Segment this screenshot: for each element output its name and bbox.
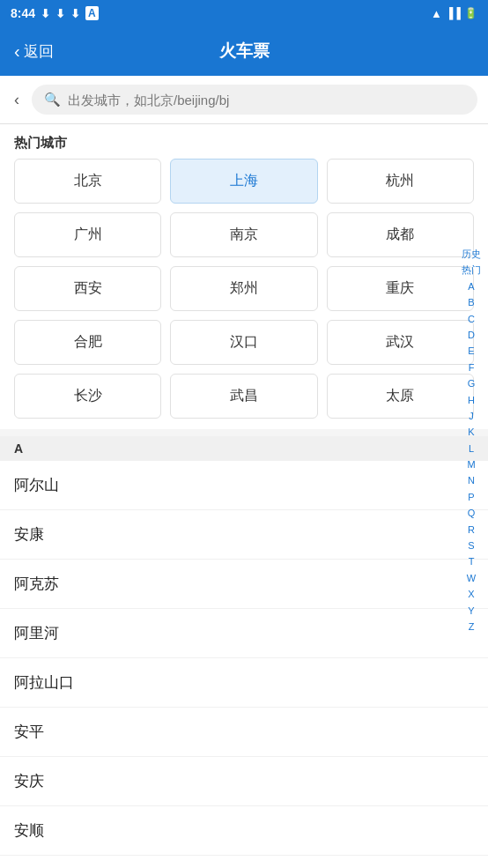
- battery-icon: 🔋: [464, 7, 477, 19]
- search-input[interactable]: [68, 93, 465, 108]
- download-icon-1: ⬇: [41, 7, 50, 20]
- city-cell[interactable]: 合肥: [14, 320, 161, 365]
- city-cell[interactable]: 西安: [14, 266, 161, 311]
- alpha-index-item[interactable]: E: [464, 344, 477, 359]
- header: ‹ 返回 火车票: [0, 26, 488, 76]
- status-left: 8:44 ⬇ ⬇ ⬇ A: [11, 6, 99, 20]
- hot-cities-title: 热门城市: [0, 124, 488, 159]
- city-cell[interactable]: 汉口: [170, 320, 317, 365]
- wifi-icon: ▲: [431, 7, 442, 20]
- alpha-index-item[interactable]: G: [464, 376, 479, 391]
- alpha-index-item[interactable]: C: [464, 312, 478, 327]
- alpha-index-item[interactable]: K: [464, 425, 477, 440]
- city-list-section: A阿尔山安康阿克苏阿里河阿拉山口安平安庆安顺鞍山: [0, 436, 488, 868]
- alpha-index-item[interactable]: Y: [464, 604, 477, 619]
- city-cell[interactable]: 郑州: [170, 266, 317, 311]
- alpha-index-item[interactable]: X: [464, 587, 477, 602]
- alpha-index: 历史热门ABCDEFGHJKLMNPQRSTWXYZ: [458, 247, 484, 634]
- city-cell[interactable]: 广州: [14, 212, 161, 257]
- alpha-index-item[interactable]: 热门: [458, 263, 484, 278]
- list-group-header: A: [0, 436, 488, 461]
- city-cell[interactable]: 北京: [14, 159, 161, 204]
- city-cell[interactable]: 长沙: [14, 374, 161, 419]
- alpha-index-item[interactable]: J: [465, 409, 477, 424]
- status-right: ▲ ▐▐ 🔋: [431, 7, 477, 20]
- list-item[interactable]: 安顺: [0, 806, 488, 856]
- hot-cities-section: 热门城市 北京上海杭州广州南京成都西安郑州重庆合肥汉口武汉长沙武昌太原: [0, 124, 488, 429]
- alpha-index-item[interactable]: T: [465, 554, 478, 569]
- status-time: 8:44: [11, 6, 35, 20]
- list-item[interactable]: 阿尔山: [0, 461, 488, 510]
- search-input-wrap: 🔍: [32, 85, 477, 115]
- list-item[interactable]: 安康: [0, 510, 488, 560]
- city-cell[interactable]: 重庆: [327, 266, 474, 311]
- alpha-index-item[interactable]: R: [464, 523, 478, 538]
- city-cell[interactable]: 杭州: [327, 159, 474, 204]
- page-title: 火车票: [219, 40, 270, 63]
- alpha-index-item[interactable]: S: [464, 538, 477, 553]
- city-cell[interactable]: 南京: [170, 212, 317, 257]
- alpha-index-item[interactable]: L: [465, 441, 477, 456]
- alpha-index-item[interactable]: B: [464, 295, 477, 310]
- download-icon-3: ⬇: [70, 7, 80, 20]
- download-icon-2: ⬇: [55, 7, 65, 20]
- list-item[interactable]: 阿里河: [0, 609, 488, 658]
- city-grid: 北京上海杭州广州南京成都西安郑州重庆合肥汉口武汉长沙武昌太原: [0, 159, 488, 429]
- search-bar-container: ‹ 🔍: [0, 76, 488, 124]
- alpha-index-item[interactable]: F: [465, 360, 478, 375]
- alpha-index-item[interactable]: 历史: [458, 247, 484, 262]
- back-button[interactable]: ‹ 返回: [14, 41, 54, 62]
- signal-icon: ▐▐: [446, 7, 461, 19]
- alpha-index-item[interactable]: M: [463, 457, 478, 472]
- alpha-index-item[interactable]: D: [464, 328, 478, 343]
- list-item[interactable]: 安平: [0, 708, 488, 757]
- alpha-index-item[interactable]: Z: [465, 619, 478, 634]
- city-cell[interactable]: 武汉: [327, 320, 474, 365]
- a-icon: A: [85, 6, 99, 20]
- city-cell[interactable]: 上海: [170, 159, 317, 204]
- list-item[interactable]: 阿拉山口: [0, 658, 488, 708]
- city-cell[interactable]: 太原: [327, 374, 474, 419]
- list-item[interactable]: 阿克苏: [0, 560, 488, 609]
- city-cell[interactable]: 成都: [327, 212, 474, 257]
- chevron-left-icon: ‹: [14, 41, 20, 62]
- alpha-index-item[interactable]: H: [464, 393, 478, 408]
- alpha-index-item[interactable]: N: [464, 473, 478, 488]
- list-item[interactable]: 鞍山: [0, 856, 488, 868]
- list-item[interactable]: 安庆: [0, 757, 488, 806]
- back-label: 返回: [24, 41, 54, 62]
- alpha-index-item[interactable]: A: [464, 279, 477, 294]
- city-cell[interactable]: 武昌: [170, 374, 317, 419]
- alpha-index-item[interactable]: P: [464, 490, 477, 505]
- search-icon: 🔍: [44, 92, 61, 108]
- alpha-index-item[interactable]: W: [463, 571, 479, 586]
- search-back-button[interactable]: ‹: [11, 87, 23, 113]
- status-bar: 8:44 ⬇ ⬇ ⬇ A ▲ ▐▐ 🔋: [0, 0, 488, 26]
- alpha-index-item[interactable]: Q: [464, 506, 479, 521]
